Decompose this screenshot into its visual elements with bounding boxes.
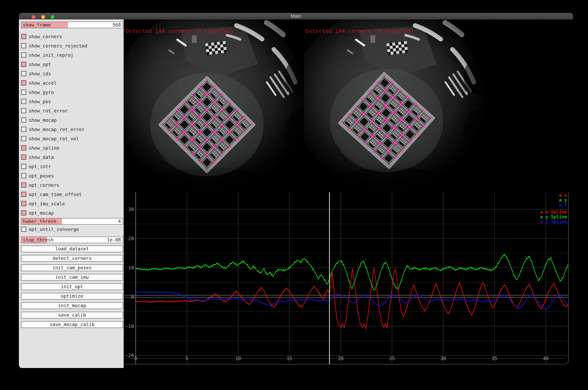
checkbox-label: show_corners xyxy=(29,34,62,39)
svg-text:5: 5 xyxy=(186,356,188,361)
checkbox-box[interactable] xyxy=(21,80,26,86)
svg-text:-10: -10 xyxy=(125,323,134,329)
checkbox-box[interactable] xyxy=(21,90,26,95)
checkbox-box[interactable] xyxy=(21,34,26,39)
window-title: Main xyxy=(19,13,573,19)
checkbox-label: show_mocap_rot_vel xyxy=(29,136,79,141)
checkbox-box[interactable] xyxy=(21,145,26,150)
slider-value: 4 xyxy=(118,219,121,224)
legend-entry: a z xyxy=(559,202,567,207)
svg-text:30: 30 xyxy=(440,356,446,361)
checkbox-box[interactable] xyxy=(21,43,26,48)
checkbox-label: opt_mocap xyxy=(29,210,54,216)
control-panel: show_frame568show_cornersshow_corners_re… xyxy=(19,19,124,368)
checkbox-box[interactable] xyxy=(21,52,26,58)
app-window: Main show_frame568show_cornersshow_corne… xyxy=(19,13,573,368)
checkbox-label: show_opt xyxy=(29,62,51,67)
corner-detection-status: Detected 144 corners (0 rejected) xyxy=(126,28,234,34)
svg-text:40: 40 xyxy=(543,356,549,361)
svg-text:0: 0 xyxy=(134,356,137,361)
checkbox-label: show_mocap_rot_error xyxy=(29,127,84,132)
checkbox-label: opt_corners xyxy=(29,183,59,188)
fisheye-vignette xyxy=(124,19,304,192)
corner-detection-status: Detected 144 corners (0 rejected) xyxy=(306,28,414,34)
svg-text:35: 35 xyxy=(492,356,498,361)
checkbox-label: show_data xyxy=(29,155,54,160)
slider-label: stop_thresh xyxy=(23,237,54,243)
checkbox-box[interactable] xyxy=(21,173,26,178)
svg-text:15: 15 xyxy=(287,356,292,361)
init_mocap-button[interactable]: init_mocap xyxy=(21,302,123,309)
checkbox-label: show_rot_error xyxy=(29,108,68,113)
save_calib-button[interactable]: save_calib xyxy=(21,312,123,318)
checkbox-label: show_ids xyxy=(29,71,51,76)
slider-stop_thresh[interactable]: stop_thresh1e-08 xyxy=(21,237,123,243)
init_opt-button[interactable]: init_opt xyxy=(21,283,123,290)
camera-view-right[interactable]: Detected 144 corners (0 rejected) xyxy=(304,19,484,192)
slider-value: 1e-08 xyxy=(107,237,121,243)
checkbox-label: opt_intr xyxy=(29,164,51,169)
svg-text:-20: -20 xyxy=(125,353,134,358)
checkbox-label: opt_imu_scale xyxy=(29,201,65,206)
svg-text:10: 10 xyxy=(235,356,241,361)
svg-text:10: 10 xyxy=(128,265,134,271)
slider-huber_thresh[interactable]: huber_thresh4 xyxy=(21,218,123,225)
optimize-button[interactable]: optimize xyxy=(21,293,123,299)
legend-entry: a y xyxy=(559,197,567,202)
svg-text:20: 20 xyxy=(338,356,344,361)
legend-entry: a x Spline xyxy=(540,209,567,215)
checkbox-label: show_mocap xyxy=(29,117,57,123)
checkbox-box[interactable] xyxy=(21,183,26,188)
svg-text:20: 20 xyxy=(128,236,134,242)
checkbox-box[interactable] xyxy=(21,227,26,232)
checkbox-label: opt_poses xyxy=(29,173,54,179)
desktop-background: Main show_frame568show_cornersshow_corne… xyxy=(0,0,588,390)
legend-entry: a z Spline xyxy=(540,219,567,224)
checkbox-box[interactable] xyxy=(21,136,26,141)
checkbox-label: opt_until_converge xyxy=(29,227,79,232)
svg-text:25: 25 xyxy=(389,356,395,361)
checkbox-box[interactable] xyxy=(21,108,26,113)
checkbox-label: show_spline xyxy=(29,145,59,151)
titlebar[interactable]: Main xyxy=(19,13,573,20)
checkbox-label: show_accel xyxy=(29,80,57,86)
checkbox-box[interactable] xyxy=(21,164,26,169)
checkbox-box[interactable] xyxy=(21,210,26,215)
checkbox-box[interactable] xyxy=(21,117,26,123)
checkbox-box[interactable] xyxy=(21,192,26,197)
slider-value: 568 xyxy=(113,22,121,28)
detect_corners-button[interactable]: detect_corners xyxy=(21,255,123,262)
slider-label: show_frame xyxy=(23,22,51,28)
checkbox-box[interactable] xyxy=(21,62,26,67)
slider-show_frame[interactable]: show_frame568 xyxy=(21,22,123,28)
init_cam_poses-button[interactable]: init_cam_poses xyxy=(21,264,123,271)
load_dataset-button[interactable]: load_dataset xyxy=(21,245,123,252)
checkbox-box[interactable] xyxy=(21,127,26,132)
checkbox-label: show_corners_rejected xyxy=(29,43,87,49)
fisheye-vignette xyxy=(304,19,484,192)
save_mocap_calib-button[interactable]: save_mocap_calib xyxy=(21,321,123,328)
legend-entry: a y Spline xyxy=(540,214,567,219)
checkbox-label: show_init_reproj xyxy=(29,52,73,58)
svg-text:0: 0 xyxy=(131,294,134,300)
checkbox-box[interactable] xyxy=(21,71,26,76)
checkbox-box[interactable] xyxy=(21,99,26,104)
legend-entry: a x xyxy=(559,193,567,198)
checkbox-box[interactable] xyxy=(21,155,26,160)
checkbox-box[interactable] xyxy=(21,201,26,206)
checkbox-label: show_pos xyxy=(29,99,51,104)
checkbox-label: show_gyro xyxy=(29,90,54,95)
init_cam_imu-button[interactable]: init_cam_imu xyxy=(21,274,123,281)
slider-label: huber_thresh xyxy=(23,219,56,224)
imu-plot[interactable]: 05101520253035403020100-10-20a xa ya za … xyxy=(124,192,573,368)
checkbox-label: opt_cam_time_offset xyxy=(29,192,82,197)
svg-text:30: 30 xyxy=(128,206,134,212)
camera-view-left[interactable]: Detected 144 corners (0 rejected) xyxy=(124,19,304,192)
